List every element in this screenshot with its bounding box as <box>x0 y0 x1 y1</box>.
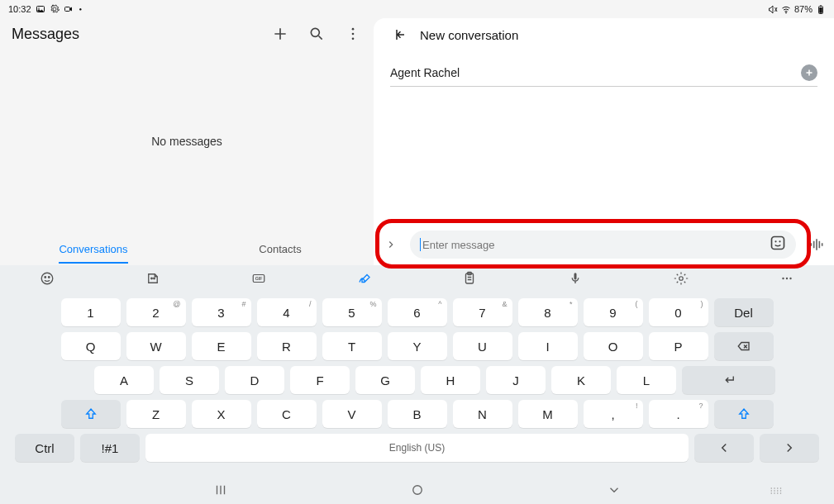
key-g[interactable]: G <box>355 366 415 394</box>
svg-point-36 <box>780 490 782 492</box>
compose-icon[interactable] <box>271 25 289 43</box>
back-icon[interactable] <box>390 26 408 44</box>
svg-point-8 <box>352 28 355 31</box>
audio-wave-icon[interactable] <box>808 235 826 254</box>
svg-point-33 <box>771 490 773 492</box>
key-backspace[interactable] <box>714 332 774 360</box>
key-l[interactable]: L <box>617 366 676 394</box>
key-e[interactable]: E <box>192 332 251 360</box>
add-recipient-button[interactable] <box>801 64 817 81</box>
sticker-toolbar-icon[interactable] <box>145 271 160 289</box>
expand-icon[interactable] <box>382 235 400 254</box>
key-period[interactable]: .? <box>649 400 708 428</box>
left-header: Messages <box>0 18 374 50</box>
key-right-arrow[interactable] <box>760 434 819 462</box>
key-o[interactable]: O <box>584 332 643 360</box>
svg-point-1 <box>38 7 40 9</box>
key-p[interactable]: P <box>649 332 708 360</box>
nav-home-icon[interactable] <box>410 483 425 501</box>
svg-point-14 <box>41 273 53 284</box>
kb-collapse-icon[interactable] <box>770 484 784 499</box>
kb-row-1: 1 2@ 3# 4/ 5% 6^ 7& 8* 9( 0) Del <box>15 298 819 326</box>
key-ctrl[interactable]: Ctrl <box>15 434 74 462</box>
message-input[interactable] <box>422 239 770 251</box>
key-9[interactable]: 9( <box>584 298 643 326</box>
svg-point-28 <box>412 486 422 495</box>
nav-recents-icon[interactable] <box>213 483 228 501</box>
voice-icon[interactable] <box>568 271 583 289</box>
key-v[interactable]: V <box>322 400 382 428</box>
status-dot: ● <box>79 7 83 12</box>
gif-icon[interactable]: GIF <box>251 271 266 289</box>
key-j[interactable]: J <box>486 366 546 394</box>
key-0[interactable]: 0) <box>649 298 708 326</box>
key-1[interactable]: 1 <box>61 298 121 326</box>
key-i[interactable]: I <box>518 332 578 360</box>
nav-back-icon[interactable] <box>607 483 622 501</box>
key-u[interactable]: U <box>453 332 512 360</box>
key-5[interactable]: 5% <box>322 298 382 326</box>
kb-row-5: Ctrl !#1 English (US) <box>15 434 819 462</box>
key-y[interactable]: Y <box>388 332 447 360</box>
key-w[interactable]: W <box>126 332 186 360</box>
key-6[interactable]: 6^ <box>388 298 447 326</box>
key-del[interactable]: Del <box>714 298 774 326</box>
key-4[interactable]: 4/ <box>257 298 317 326</box>
key-r[interactable]: R <box>257 332 317 360</box>
key-t[interactable]: T <box>322 332 382 360</box>
key-x[interactable]: X <box>192 400 251 428</box>
key-left-arrow[interactable] <box>694 434 754 462</box>
battery-icon <box>816 4 826 14</box>
key-z[interactable]: Z <box>126 400 186 428</box>
wifi-icon <box>781 4 791 14</box>
key-d[interactable]: D <box>225 366 284 394</box>
clipboard-icon[interactable] <box>462 271 477 289</box>
message-input-wrap[interactable] <box>410 231 796 259</box>
svg-point-17 <box>151 278 153 279</box>
key-n[interactable]: N <box>453 400 512 428</box>
svg-point-39 <box>777 492 779 494</box>
messages-list-pane: Messages No messages Conversations Conta… <box>0 18 374 265</box>
svg-point-9 <box>352 33 355 36</box>
key-symbols[interactable]: !#1 <box>80 434 140 462</box>
svg-point-32 <box>780 487 782 489</box>
recipient-name[interactable]: Agent Rachel <box>390 66 460 79</box>
svg-text:GIF: GIF <box>255 276 263 281</box>
search-icon[interactable] <box>307 25 326 43</box>
more-icon[interactable] <box>344 25 362 43</box>
key-b[interactable]: B <box>388 400 447 428</box>
key-c[interactable]: C <box>257 400 317 428</box>
svg-point-24 <box>679 277 684 281</box>
key-space[interactable]: English (US) <box>145 434 689 462</box>
key-s[interactable]: S <box>160 366 219 394</box>
kb-more-icon[interactable] <box>779 271 794 289</box>
emoji-icon[interactable] <box>40 271 55 289</box>
handwriting-icon[interactable] <box>357 271 372 289</box>
key-comma[interactable]: ,! <box>584 400 643 428</box>
key-f[interactable]: F <box>290 366 350 394</box>
svg-point-13 <box>779 240 780 242</box>
settings-icon[interactable] <box>674 271 689 289</box>
key-a[interactable]: A <box>94 366 154 394</box>
app-title: Messages <box>12 26 79 43</box>
key-2[interactable]: 2@ <box>126 298 186 326</box>
key-shift-left[interactable] <box>61 400 121 428</box>
key-k[interactable]: K <box>551 366 611 394</box>
key-shift-right[interactable] <box>714 400 774 428</box>
key-q[interactable]: Q <box>61 332 121 360</box>
key-m[interactable]: M <box>518 400 578 428</box>
kb-row-2: Q W E R T Y U I O P <box>15 332 819 360</box>
svg-point-38 <box>774 492 775 494</box>
svg-rect-2 <box>64 7 69 12</box>
key-enter[interactable] <box>682 366 775 394</box>
kb-row-4: Z X C V B N M ,! .? <box>15 400 819 428</box>
key-8[interactable]: 8* <box>518 298 578 326</box>
key-3[interactable]: 3# <box>192 298 251 326</box>
tab-conversations[interactable]: Conversations <box>0 232 187 265</box>
svg-point-10 <box>352 38 355 40</box>
key-7[interactable]: 7& <box>453 298 512 326</box>
tab-contacts[interactable]: Contacts <box>187 232 374 265</box>
sticker-icon[interactable] <box>770 235 786 254</box>
key-h[interactable]: H <box>421 366 480 394</box>
svg-point-3 <box>785 12 786 13</box>
